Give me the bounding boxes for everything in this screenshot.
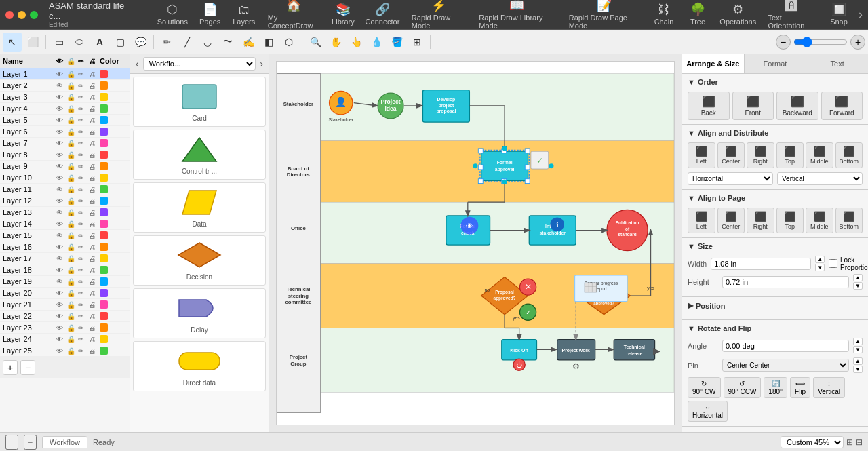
layer-color-14[interactable] [100, 220, 108, 228]
flip-vertical-button[interactable]: ↕ Vertical [813, 377, 845, 398]
layer-color-16[interactable] [100, 243, 108, 251]
layer-row-14[interactable]: Layer 14 👁 🔒 ✏ 🖨 [0, 218, 130, 230]
pen-tool[interactable]: ✏ [157, 33, 176, 52]
layer-print-2[interactable]: 🖨 [89, 82, 98, 90]
crop-tool[interactable]: ⊞ [408, 33, 427, 52]
nav-chain[interactable]: ⛓ Chain [647, 1, 681, 28]
layer-edit-19[interactable]: ✏ [78, 278, 87, 286]
layer-lock-15[interactable]: 🔒 [67, 232, 77, 239]
layer-lock-1[interactable]: 🔒 [67, 71, 77, 78]
nav-connector[interactable]: 🔗 Connector [360, 1, 405, 28]
layer-eye-10[interactable]: 👁 [56, 174, 66, 182]
layer-eye-3[interactable]: 👁 [56, 94, 66, 101]
layer-print-12[interactable]: 🖨 [89, 197, 98, 205]
page-align-left-button[interactable]: ⬛ Left [688, 208, 715, 233]
layer-edit-2[interactable]: ✏ [78, 82, 87, 90]
layer-edit-14[interactable]: ✏ [78, 220, 87, 228]
width-up-button[interactable]: ▲ [815, 256, 825, 263]
layer-lock-4[interactable]: 🔒 [67, 105, 77, 113]
layer-color-1[interactable] [100, 70, 108, 78]
layer-edit-3[interactable]: ✏ [78, 94, 87, 101]
layer-lock-25[interactable]: 🔒 [67, 347, 77, 355]
layer-print-8[interactable]: 🖨 [89, 151, 98, 159]
layer-lock-17[interactable]: 🔒 [67, 255, 77, 262]
width-input[interactable] [711, 258, 811, 270]
v-align-select[interactable]: Vertical [777, 172, 863, 185]
layer-color-2[interactable] [100, 81, 108, 90]
search-tool[interactable]: 🔍 [306, 33, 325, 52]
rounded-rect-tool[interactable]: ▢ [111, 33, 130, 52]
hand-tool[interactable]: ✋ [326, 33, 345, 52]
layer-edit-7[interactable]: ✏ [78, 140, 87, 147]
lib-item-decision[interactable]: Decision [133, 235, 266, 286]
layer-eye-15[interactable]: 👁 [56, 232, 66, 239]
size-section-header[interactable]: ▼ Size [688, 242, 863, 250]
layer-edit-6[interactable]: ✏ [78, 128, 87, 136]
layer-row-18[interactable]: Layer 18 👁 🔒 ✏ 🖨 [0, 264, 130, 276]
layer-lock-14[interactable]: 🔒 [67, 220, 77, 228]
align-bottom-button[interactable]: ⬛ Bottom [835, 142, 863, 168]
layer-row-20[interactable]: Layer 20 👁 🔒 ✏ 🖨 [0, 288, 130, 299]
align-middle-button[interactable]: ⬛ Middle [806, 142, 833, 168]
maximize-button[interactable] [30, 11, 38, 19]
layer-color-20[interactable] [100, 289, 108, 297]
layer-eye-18[interactable]: 👁 [56, 267, 66, 274]
layer-lock-9[interactable]: 🔒 [67, 163, 77, 170]
layer-eye-21[interactable]: 👁 [56, 301, 66, 309]
align-to-page-header[interactable]: ▼ Align to Page [688, 194, 863, 202]
layer-eye-1[interactable]: 👁 [56, 71, 66, 78]
order-backward-button[interactable]: ⬛ Backward [776, 92, 818, 120]
angle-input[interactable] [722, 340, 849, 352]
rect-tool[interactable]: ▭ [50, 33, 68, 52]
layer-lock-5[interactable]: 🔒 [67, 117, 77, 124]
layer-lock-7[interactable]: 🔒 [67, 140, 77, 147]
layer-print-21[interactable]: 🖨 [89, 301, 98, 309]
align-left-button[interactable]: ⬛ Left [688, 142, 715, 168]
nav-solutions[interactable]: ⬡ Solutions [152, 1, 193, 28]
canvas-area[interactable]: Stakeholder Board of Directors Office Te… [269, 54, 682, 432]
layer-lock-8[interactable]: 🔒 [67, 151, 77, 159]
page-align-right-button[interactable]: ⬛ Right [747, 208, 774, 233]
eyedropper-tool[interactable]: 💧 [367, 33, 386, 52]
layer-eye-8[interactable]: 👁 [56, 151, 66, 159]
pin-select[interactable]: Center-Center [722, 359, 849, 372]
select-tool[interactable]: ↖ [3, 33, 22, 52]
layer-color-19[interactable] [100, 277, 108, 286]
layer-lock-19[interactable]: 🔒 [67, 278, 77, 286]
layer-row-4[interactable]: Layer 4 👁 🔒 ✏ 🖨 [0, 103, 130, 115]
layer-print-20[interactable]: 🖨 [89, 290, 98, 297]
order-forward-button[interactable]: ⬛ Forward [821, 92, 863, 120]
layer-edit-5[interactable]: ✏ [78, 117, 87, 124]
nav-layers[interactable]: 🗂 Layers [227, 1, 261, 28]
layer-lock-20[interactable]: 🔒 [67, 290, 77, 297]
layer-eye-13[interactable]: 👁 [56, 209, 66, 216]
layer-lock-18[interactable]: 🔒 [67, 267, 77, 274]
layer-edit-9[interactable]: ✏ [78, 163, 87, 170]
close-button[interactable] [5, 11, 14, 19]
height-input[interactable] [722, 276, 849, 288]
pin-down-button[interactable]: ▼ [853, 366, 863, 373]
layer-lock-2[interactable]: 🔒 [67, 82, 77, 90]
zoom-out-button[interactable]: − [776, 35, 791, 50]
layer-color-17[interactable] [100, 254, 108, 262]
layer-print-5[interactable]: 🖨 [89, 117, 98, 124]
layer-lock-23[interactable]: 🔒 [67, 324, 77, 332]
h-align-select[interactable]: Horizontal [688, 172, 773, 185]
nav-pages[interactable]: 📄 Pages [193, 1, 227, 28]
tab-text[interactable]: Text [806, 54, 868, 73]
page-align-bottom-button[interactable]: ⬛ Bottom [835, 208, 863, 233]
layer-eye-12[interactable]: 👁 [56, 197, 66, 205]
layer-edit-22[interactable]: ✏ [78, 313, 87, 320]
layer-eye-4[interactable]: 👁 [56, 105, 66, 113]
lib-next-button[interactable]: › [258, 57, 264, 71]
remove-page-button[interactable]: − [24, 435, 37, 450]
layer-edit-18[interactable]: ✏ [78, 267, 87, 274]
layer-eye-9[interactable]: 👁 [56, 163, 66, 170]
canvas-view-icon[interactable]: ⊟ [856, 437, 863, 447]
arc-tool[interactable]: ◡ [198, 33, 217, 52]
nav-more[interactable]: › [859, 7, 863, 22]
pin-up-button[interactable]: ▲ [853, 357, 863, 365]
layer-print-4[interactable]: 🖨 [89, 105, 98, 113]
layer-lock-12[interactable]: 🔒 [67, 197, 77, 205]
layer-edit-4[interactable]: ✏ [78, 105, 87, 113]
